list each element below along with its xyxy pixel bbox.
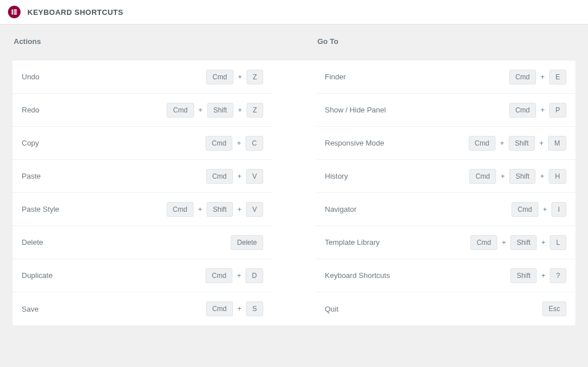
shortcut-row: Redo Cmd + Shift + Z <box>13 94 272 127</box>
key-separator: + <box>541 106 545 114</box>
key-separator: + <box>237 272 241 280</box>
key: Cmd <box>512 202 538 217</box>
key: Cmd <box>206 70 233 84</box>
shortcut-keys: Cmd + V <box>206 169 263 184</box>
key: Shift <box>510 235 537 250</box>
key-separator: + <box>541 73 545 81</box>
key-separator: + <box>237 305 241 313</box>
shortcut-label: Delete <box>22 238 43 247</box>
shortcut-keys: Cmd + P <box>509 103 566 118</box>
key: Z <box>247 103 263 118</box>
shortcut-row: Paste Style Cmd + Shift + V <box>13 193 272 226</box>
column-actions: Undo Cmd + Z Redo Cmd + Shift + Z <box>13 61 294 325</box>
dialog-title: KEYBOARD SHORTCUTS <box>27 8 123 17</box>
shortcut-row: History Cmd + Shift + H <box>316 160 575 193</box>
key: Cmd <box>470 235 497 250</box>
section-headings: Actions Go To <box>13 37 575 56</box>
shortcut-keys: Cmd + Shift + M <box>469 136 566 151</box>
key-separator: + <box>237 172 241 180</box>
shortcut-row: Duplicate Cmd + D <box>13 259 272 292</box>
shortcut-row: Delete Delete <box>13 226 272 259</box>
shortcut-row: Undo Cmd + Z <box>13 61 272 94</box>
svg-rect-2 <box>14 11 17 13</box>
key: M <box>548 136 566 151</box>
shortcut-label: Copy <box>22 139 39 147</box>
shortcut-row: Keyboard Shortcuts Shift + ? <box>316 259 575 292</box>
key: Cmd <box>167 103 194 118</box>
key: Cmd <box>469 169 496 184</box>
shortcut-label: Keyboard Shortcuts <box>325 271 390 280</box>
key: Cmd <box>206 268 232 283</box>
key: ? <box>550 268 566 283</box>
key-separator: + <box>543 205 547 213</box>
key: V <box>246 202 263 217</box>
key-separator: + <box>539 139 543 147</box>
shortcut-label: Navigator <box>325 205 357 213</box>
shortcut-label: Finder <box>325 72 346 81</box>
key-separator: + <box>238 73 242 81</box>
key-separator: + <box>501 172 505 180</box>
svg-rect-3 <box>14 13 17 14</box>
shortcut-label: Redo <box>22 106 39 114</box>
shortcut-keys: Delete <box>231 235 263 250</box>
key: E <box>549 70 566 84</box>
shortcut-row: Paste Cmd + V <box>13 160 272 193</box>
shortcut-label: Show / Hide Panel <box>325 106 386 114</box>
key-separator: + <box>237 205 241 213</box>
key-separator: + <box>500 139 504 147</box>
shortcut-label: Paste Style <box>22 205 59 213</box>
shortcut-label: Responsive Mode <box>325 139 384 147</box>
shortcut-keys: Shift + ? <box>510 268 566 283</box>
key-separator: + <box>237 139 241 147</box>
shortcut-keys: Cmd + Shift + L <box>470 235 566 250</box>
section-title-goto: Go To <box>293 37 575 56</box>
key: S <box>246 301 263 316</box>
key-separator: + <box>541 272 545 280</box>
shortcut-keys: Cmd + Shift + Z <box>167 103 263 118</box>
shortcut-keys: Cmd + C <box>206 136 263 151</box>
key: Cmd <box>509 103 536 118</box>
shortcut-keys: Cmd + Z <box>206 70 263 84</box>
key: H <box>549 169 566 184</box>
key-separator: + <box>199 106 203 114</box>
key-separator: + <box>238 106 242 114</box>
key: Shift <box>509 169 535 184</box>
shortcut-label: Quit <box>325 305 339 313</box>
shortcut-label: Duplicate <box>22 271 53 280</box>
key-separator: + <box>502 239 506 247</box>
key: D <box>245 268 263 283</box>
column-goto: Finder Cmd + E Show / Hide Panel Cmd + P <box>294 61 575 325</box>
elementor-logo-icon <box>8 6 21 18</box>
shortcut-label: Undo <box>22 72 39 81</box>
shortcut-row: Navigator Cmd + I <box>316 193 575 226</box>
key: Delete <box>231 235 263 250</box>
shortcut-row: Save Cmd + S <box>13 292 272 325</box>
shortcut-keys: Cmd + S <box>206 301 263 316</box>
svg-rect-1 <box>14 10 17 11</box>
key: V <box>246 169 263 184</box>
key: I <box>551 202 566 217</box>
shortcut-row: Finder Cmd + E <box>316 61 575 94</box>
shortcut-keys: Cmd + Shift + H <box>469 169 566 184</box>
shortcuts-panel: Undo Cmd + Z Redo Cmd + Shift + Z <box>13 61 575 325</box>
key: Esc <box>542 301 566 316</box>
key: Cmd <box>509 70 536 84</box>
key: Z <box>247 70 263 84</box>
shortcut-row: Show / Hide Panel Cmd + P <box>316 94 575 127</box>
key: P <box>549 103 566 118</box>
key: C <box>245 136 263 151</box>
shortcut-label: Save <box>22 305 39 313</box>
key: Cmd <box>469 136 496 151</box>
key: L <box>550 235 566 250</box>
shortcut-keys: Cmd + Shift + V <box>167 202 263 217</box>
shortcut-row: Quit Esc <box>316 292 575 325</box>
key: Shift <box>509 136 535 151</box>
dialog-header: KEYBOARD SHORTCUTS <box>0 0 588 25</box>
shortcut-label: Template Library <box>325 238 380 247</box>
key: Cmd <box>206 301 233 316</box>
key: Cmd <box>206 136 232 151</box>
key-separator: + <box>540 172 544 180</box>
key: Shift <box>510 268 537 283</box>
key: Cmd <box>167 202 194 217</box>
shortcut-label: Paste <box>22 172 41 180</box>
